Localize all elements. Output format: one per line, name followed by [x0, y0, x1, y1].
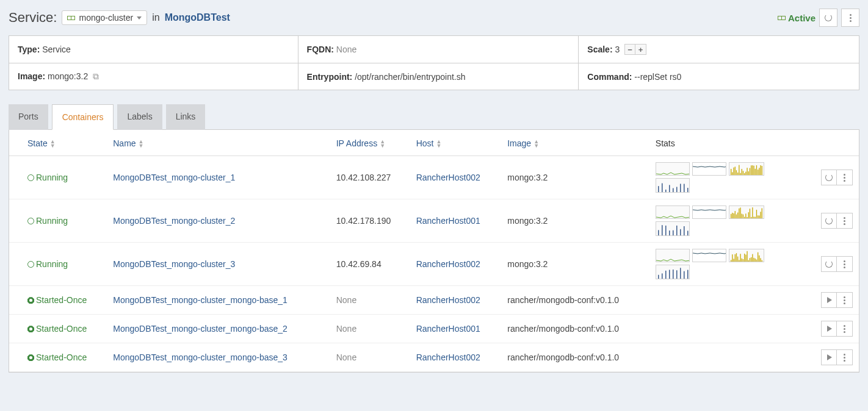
tab-labels[interactable]: Labels — [117, 104, 162, 130]
svg-rect-53 — [754, 217, 755, 219]
row-action-button[interactable] — [821, 321, 837, 337]
svg-rect-76 — [740, 254, 740, 263]
svg-rect-32 — [684, 184, 685, 193]
col-image[interactable]: Image▲▼ — [501, 130, 649, 156]
svg-rect-10 — [743, 171, 743, 176]
state-running: Running — [27, 216, 68, 226]
container-name-link[interactable]: MongoDBTest_mongo-cluster_mongo-base_2 — [113, 324, 288, 334]
svg-rect-60 — [662, 225, 663, 236]
col-host[interactable]: Host▲▼ — [410, 130, 502, 156]
in-label: in — [152, 12, 159, 23]
svg-rect-51 — [752, 207, 753, 219]
refresh-icon — [825, 217, 833, 224]
svg-rect-15 — [750, 168, 750, 176]
svg-rect-17 — [752, 165, 753, 176]
host-link[interactable]: RancherHost002 — [416, 173, 480, 182]
col-state[interactable]: State▲▼ — [21, 130, 107, 156]
play-icon — [827, 354, 832, 360]
container-image: rancher/mongodb-conf:v0.1.0 — [507, 352, 619, 362]
row-action-button[interactable] — [821, 256, 837, 272]
row-action-button[interactable] — [821, 170, 837, 185]
svg-rect-4 — [734, 167, 735, 176]
row-menu-button[interactable] — [837, 292, 853, 308]
row-menu-button[interactable] — [837, 256, 853, 272]
host-link[interactable]: RancherHost002 — [416, 352, 480, 362]
refresh-button[interactable] — [819, 9, 837, 27]
copy-icon[interactable]: ⧉ — [93, 71, 99, 81]
svg-rect-56 — [759, 216, 759, 220]
svg-rect-18 — [753, 166, 754, 176]
tab-ports[interactable]: Ports — [9, 104, 48, 130]
svg-rect-33 — [687, 188, 689, 193]
row-menu-button[interactable] — [837, 321, 853, 337]
host-link[interactable]: RancherHost002 — [416, 259, 480, 269]
menu-dots-icon — [844, 354, 845, 362]
host-link[interactable]: RancherHost002 — [416, 295, 480, 305]
type-value: Service — [42, 45, 71, 54]
container-name-link[interactable]: MongoDBTest_mongo-cluster_mongo-base_1 — [113, 295, 288, 305]
container-name-link[interactable]: MongoDBTest_mongo-cluster_3 — [113, 259, 235, 269]
svg-rect-30 — [676, 187, 678, 193]
container-name-link[interactable]: MongoDBTest_mongo-cluster_1 — [113, 173, 235, 182]
play-icon — [827, 326, 832, 332]
stats-charts — [656, 206, 778, 236]
service-select[interactable]: mongo-cluster — [62, 10, 147, 25]
status-badge: Active — [778, 13, 816, 23]
svg-rect-5 — [736, 170, 737, 176]
svg-rect-79 — [744, 254, 745, 262]
svg-rect-66 — [684, 226, 685, 236]
svg-rect-8 — [740, 173, 740, 176]
row-action-button[interactable] — [821, 213, 837, 229]
tab-links[interactable]: Links — [166, 104, 206, 130]
ip-none: None — [336, 352, 356, 362]
container-image: rancher/mongodb-conf:v0.1.0 — [507, 295, 619, 305]
svg-rect-67 — [687, 231, 689, 237]
command-label: Command: — [587, 72, 632, 82]
row-menu-button[interactable] — [837, 170, 853, 185]
service-icon — [67, 14, 75, 22]
svg-rect-62 — [669, 231, 670, 236]
col-stats: Stats — [649, 130, 810, 156]
scale-value: 3 — [615, 45, 620, 54]
chevron-down-icon — [137, 16, 142, 20]
table-row: Started-Once MongoDBTest_mongo-cluster_m… — [9, 343, 859, 372]
svg-rect-74 — [737, 257, 738, 262]
svg-rect-16 — [751, 166, 751, 176]
host-link[interactable]: RancherHost001 — [416, 324, 480, 334]
row-action-button[interactable] — [821, 349, 837, 365]
svg-rect-1 — [731, 169, 731, 176]
ip-address: 10.42.108.227 — [336, 173, 391, 182]
ip-none: None — [336, 295, 356, 305]
play-icon — [827, 297, 832, 303]
svg-rect-57 — [760, 212, 761, 220]
menu-dots-icon — [844, 217, 845, 225]
svg-rect-91 — [760, 259, 761, 263]
scale-up-button[interactable]: + — [635, 44, 646, 55]
svg-rect-47 — [747, 217, 747, 219]
col-name[interactable]: Name▲▼ — [107, 130, 330, 156]
container-name-link[interactable]: MongoDBTest_mongo-cluster_mongo-base_3 — [113, 352, 288, 362]
actions-menu-button[interactable] — [841, 9, 859, 27]
row-action-button[interactable] — [821, 292, 837, 308]
svg-rect-99 — [680, 268, 681, 280]
row-menu-button[interactable] — [837, 349, 853, 365]
svg-rect-44 — [743, 215, 743, 219]
tab-containers[interactable]: Containers — [52, 104, 114, 130]
col-ip[interactable]: IP Address▲▼ — [330, 130, 410, 156]
refresh-icon — [825, 174, 833, 181]
refresh-icon — [825, 260, 833, 268]
entrypoint-value: /opt/rancher/bin/entrypoint.sh — [355, 72, 465, 82]
svg-rect-86 — [753, 258, 754, 262]
svg-rect-98 — [676, 271, 678, 280]
svg-rect-19 — [754, 169, 755, 176]
row-menu-button[interactable] — [837, 213, 853, 229]
stack-link[interactable]: MongoDBTest — [165, 12, 230, 23]
svg-rect-22 — [759, 168, 759, 176]
refresh-icon — [825, 14, 832, 21]
container-name-link[interactable]: MongoDBTest_mongo-cluster_2 — [113, 216, 235, 226]
svg-rect-85 — [752, 254, 753, 262]
scale-down-button[interactable]: − — [624, 44, 635, 55]
host-link[interactable]: RancherHost001 — [416, 216, 480, 226]
state-running: Running — [27, 259, 68, 269]
svg-rect-93 — [658, 275, 659, 279]
